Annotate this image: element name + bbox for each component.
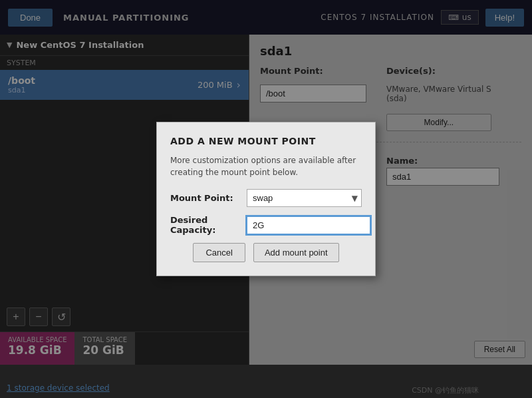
- modal-buttons: Cancel Add mount point: [170, 243, 362, 262]
- cancel-button[interactable]: Cancel: [193, 243, 245, 262]
- modal-capacity-label: Desired Capacity:: [170, 215, 247, 235]
- modal-mount-point-select[interactable]: swap / /boot /home /var /tmp: [247, 189, 362, 207]
- modal-title: ADD A NEW MOUNT POINT: [170, 136, 362, 146]
- modal-capacity-input[interactable]: [247, 216, 370, 234]
- modal-description: More customization options are available…: [170, 154, 362, 178]
- add-mount-point-button[interactable]: Add mount point: [253, 243, 339, 262]
- modal-mount-point-field: Mount Point: swap / /boot /home /var /tm…: [170, 189, 362, 207]
- modal-capacity-field: Desired Capacity:: [170, 215, 362, 235]
- modal-overlay: ADD A NEW MOUNT POINT More customization…: [0, 0, 532, 398]
- add-mount-point-modal: ADD A NEW MOUNT POINT More customization…: [156, 122, 376, 276]
- modal-mount-point-select-wrapper: swap / /boot /home /var /tmp ▼: [247, 189, 362, 207]
- modal-mount-point-label: Mount Point:: [170, 193, 247, 203]
